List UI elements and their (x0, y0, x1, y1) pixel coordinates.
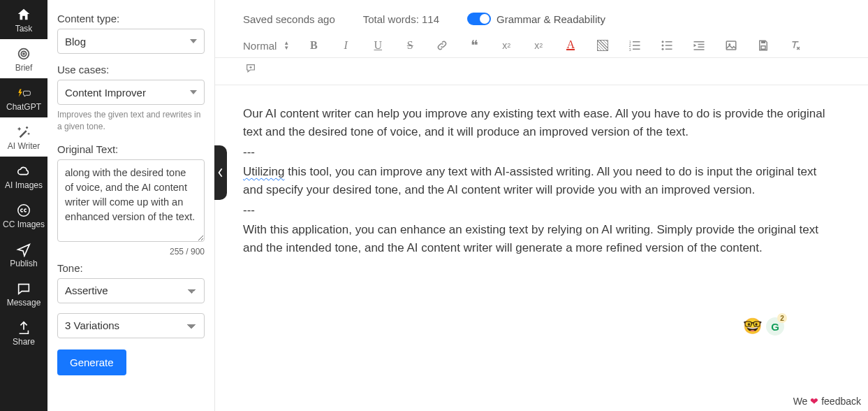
feedback-link[interactable]: We ❤ feedback (793, 396, 861, 407)
comment-button[interactable] (243, 61, 258, 76)
nav-label: AI Images (5, 180, 43, 190)
quote-button[interactable]: ❝ (466, 38, 482, 53)
char-counter: 255 / 900 (57, 247, 205, 257)
text-color-button[interactable]: A (563, 38, 578, 53)
nav-label: CC Images (3, 219, 45, 229)
sort-icon: ▲▼ (284, 41, 289, 50)
svg-rect-22 (761, 41, 765, 43)
superscript-button[interactable]: x2 (531, 38, 546, 53)
indent-button[interactable] (691, 38, 707, 53)
svg-text:3: 3 (629, 48, 631, 52)
nav-aiimages[interactable]: AI Images (0, 157, 47, 196)
nav-label: Share (13, 337, 35, 347)
italic-button[interactable]: I (338, 38, 353, 53)
nav-label: AI Writer (8, 141, 40, 151)
nav-ccimages[interactable]: CC Images (0, 196, 47, 235)
nav-publish[interactable]: Publish (0, 235, 47, 274)
tone-select[interactable]: Assertive (57, 278, 205, 303)
svg-rect-17 (698, 44, 705, 45)
nav-label: ChatGPT (6, 102, 41, 112)
svg-point-12 (662, 45, 664, 47)
editor-status-bar: Saved seconds ago Total words: 114 Gramm… (215, 0, 868, 32)
subscript-button[interactable]: x2 (499, 38, 514, 53)
nav-chatgpt[interactable]: ChatGPT (0, 78, 47, 117)
sidebar-panel: Content type: Blog Use cases: Content Im… (47, 0, 215, 411)
saved-status: Saved seconds ago (243, 13, 335, 25)
svg-rect-13 (665, 45, 672, 46)
nav-label: Message (7, 298, 41, 308)
content-type-label: Content type: (57, 13, 205, 24)
nav-task[interactable]: Task (0, 0, 47, 39)
cc-icon (16, 203, 31, 218)
svg-rect-7 (633, 45, 640, 46)
grammar-readability-toggle[interactable]: Grammar & Readability (467, 13, 605, 25)
spellcheck-word: Utilizing (243, 165, 285, 178)
svg-rect-9 (633, 49, 640, 50)
content-type-value: Blog (65, 36, 86, 48)
svg-point-14 (662, 48, 664, 50)
use-cases-label: Use cases: (57, 64, 205, 75)
floating-badges: 🤓 G 2 (743, 317, 784, 336)
bold-button[interactable]: B (306, 38, 321, 53)
variations-select[interactable]: 3 Variations (57, 313, 205, 338)
chevron-down-icon (190, 90, 197, 94)
nav-label: Brief (15, 63, 33, 73)
generate-button[interactable]: Generate (57, 349, 126, 375)
grammar-label: Grammar & Readability (496, 13, 605, 25)
tone-label: Tone: (57, 262, 205, 274)
grammarly-badge[interactable]: G 2 (766, 317, 784, 336)
doc-paragraph: Utilizing this tool, you can improve any… (243, 163, 829, 200)
editor-toolbar: Normal ▲▼ B I U S ❝ x2 x2 A 123 (215, 32, 868, 58)
clear-format-button[interactable] (788, 38, 803, 53)
original-text-input[interactable] (57, 159, 205, 242)
strikethrough-button[interactable]: S (402, 38, 418, 53)
nav-share[interactable]: Share (0, 313, 47, 352)
heading-select[interactable]: Normal ▲▼ (243, 40, 289, 52)
doc-paragraph: With this application, you can enhance a… (243, 221, 829, 258)
word-count: Total words: 114 (363, 13, 439, 25)
feedback-pre: We (793, 396, 811, 407)
editor-toolbar-row2 (215, 58, 868, 85)
svg-rect-20 (727, 41, 737, 50)
doc-text: this tool, you can improve any text with… (243, 165, 816, 196)
use-cases-value: Content Improver (65, 87, 146, 99)
highlight-button[interactable] (595, 38, 610, 53)
collapse-sidebar-handle[interactable] (214, 145, 227, 200)
svg-rect-16 (694, 41, 705, 43)
feedback-post: feedback (818, 396, 861, 407)
ordered-list-button[interactable]: 123 (627, 38, 642, 53)
bullet-list-button[interactable] (659, 38, 675, 53)
hatch-icon (597, 40, 608, 51)
bolt-chat-icon (16, 85, 31, 101)
heading-value: Normal (243, 40, 277, 52)
grammarly-letter: G (771, 321, 779, 333)
upload-icon (16, 320, 31, 336)
save-button[interactable] (756, 38, 771, 53)
nav-message[interactable]: Message (0, 274, 47, 313)
svg-rect-15 (665, 49, 672, 50)
link-button[interactable] (434, 38, 450, 53)
svg-rect-5 (633, 41, 640, 43)
svg-rect-23 (761, 46, 765, 50)
doc-separator: --- (243, 201, 829, 219)
svg-rect-19 (694, 49, 705, 50)
nerd-emoji-icon[interactable]: 🤓 (743, 317, 762, 336)
doc-separator: --- (243, 143, 829, 161)
image-button[interactable] (723, 38, 739, 53)
content-type-select[interactable]: Blog (57, 29, 205, 54)
chat-icon (16, 281, 31, 296)
nav-brief[interactable]: Brief (0, 39, 47, 78)
nav-aiwriter[interactable]: AI Writer (0, 117, 47, 157)
send-icon (16, 242, 31, 257)
underline-button[interactable]: U (370, 38, 385, 53)
document-content[interactable]: Our AI content writer can help you impro… (215, 85, 868, 273)
use-cases-helper: Improves the given text and rewrites in … (57, 109, 205, 134)
chevron-down-icon (190, 39, 197, 43)
vertical-nav: Task Brief ChatGPT AI Writer AI Images (0, 0, 47, 411)
original-text-label: Original Text: (57, 143, 205, 155)
use-cases-select[interactable]: Content Improver (57, 80, 205, 105)
cloud-image-icon (16, 164, 31, 179)
svg-point-2 (23, 53, 24, 55)
nav-label: Task (15, 24, 33, 34)
grammarly-count: 2 (777, 313, 787, 323)
